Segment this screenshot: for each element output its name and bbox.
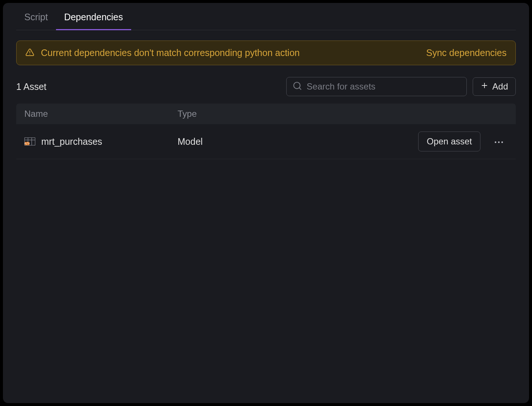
asset-name: mrt_purchases [41,136,102,147]
row-actions: Open asset [418,132,508,151]
search-box[interactable] [286,77,467,96]
add-button[interactable]: Add [473,77,516,96]
cell-name: </> mrt_purchases [24,136,178,147]
svg-text:</>: </> [24,142,30,145]
assets-table: Name Type </> mrt_purc [16,104,516,159]
svg-point-12 [495,141,496,143]
table-row: </> mrt_purchases Model Open asset [16,124,516,159]
more-options-icon[interactable] [492,136,505,147]
sync-dependencies-link[interactable]: Sync dependencies [426,48,507,58]
tabs-row: Script Dependencies [16,3,516,30]
search-icon [293,81,302,92]
svg-line-3 [299,88,301,90]
table-header: Name Type [16,104,516,124]
svg-point-14 [501,141,503,143]
content-area: Current dependencies don't match corresp… [3,30,529,169]
asset-type: Model [178,136,418,147]
open-asset-button[interactable]: Open asset [418,132,480,151]
svg-point-13 [498,141,500,143]
column-header-name: Name [24,109,178,119]
tab-script[interactable]: Script [16,3,56,30]
warning-message: Current dependencies don't match corresp… [41,48,420,58]
column-header-type: Type [178,109,508,119]
model-icon: </> [24,137,35,146]
asset-count-label: 1 Asset [16,81,280,92]
tab-dependencies[interactable]: Dependencies [56,3,131,30]
search-input[interactable] [307,81,461,92]
tabs-container: Script Dependencies [3,3,529,30]
plus-icon [480,81,489,92]
add-button-label: Add [492,81,508,92]
toolbar: 1 Asset Add [16,77,516,96]
dependencies-panel: Script Dependencies Current dependencies… [3,3,529,403]
warning-icon [25,48,34,58]
warning-banner: Current dependencies don't match corresp… [16,41,516,65]
